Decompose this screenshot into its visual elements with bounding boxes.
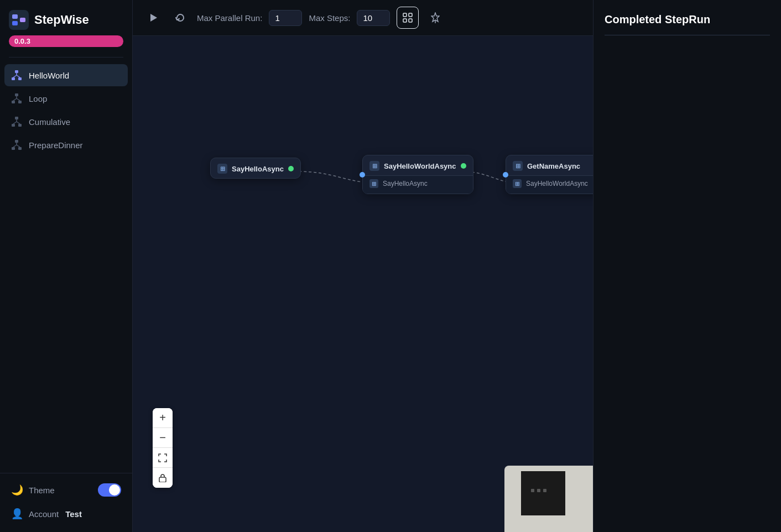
node-dep-3: ⊞ SayHelloWorldAsync	[506, 175, 593, 194]
node-title-2: SayHelloWorldAsync	[384, 162, 456, 170]
right-panel: Completed StepRun	[593, 0, 781, 532]
minimap-dot-2	[537, 489, 540, 492]
theme-label: Theme	[29, 486, 55, 495]
workflow-icon-2	[11, 93, 22, 104]
node-getnameasync[interactable]: ⊞ GetNameAsync ⊞ SayHelloWorldAsync	[506, 155, 593, 194]
theme-toggle-row[interactable]: 🌙 Theme	[4, 478, 128, 502]
svg-rect-2	[12, 21, 18, 25]
svg-rect-1	[12, 14, 18, 19]
canvas[interactable]: ⊞ SayHelloAsync ⊞ SayHelloWorldAsync ⊞ S…	[133, 36, 593, 532]
minimap	[504, 466, 593, 532]
workflow-icon-3	[11, 116, 22, 127]
svg-line-21	[17, 122, 20, 124]
zoom-out-button[interactable]: −	[153, 428, 173, 448]
node-header-2: ⊞ SayHelloWorldAsync	[363, 155, 473, 175]
node-dep-dot-2	[360, 172, 365, 178]
account-icon: 👤	[11, 508, 23, 520]
node-dep-icon-3: ⊞	[513, 179, 522, 188]
minimap-dot-3	[543, 489, 546, 492]
minimap-dot-1	[531, 489, 534, 492]
node-dep-dot-3	[503, 172, 508, 178]
svg-rect-17	[12, 124, 15, 127]
pin-button[interactable]	[425, 8, 445, 28]
workflow-icon	[11, 70, 22, 81]
workflow-icon-4	[11, 139, 22, 150]
account-row[interactable]: 👤 Account Test	[4, 502, 128, 525]
svg-rect-29	[403, 13, 407, 17]
sidebar-divider	[9, 57, 123, 58]
node-dep-label-3: SayHelloWorldAsync	[526, 180, 588, 187]
account-label: Account	[29, 509, 59, 519]
minimap-dots	[531, 489, 546, 492]
theme-toggle[interactable]	[98, 483, 121, 497]
svg-line-15	[17, 98, 20, 101]
svg-line-8	[13, 75, 17, 77]
svg-line-9	[17, 75, 20, 77]
node-title-3: GetNameAsync	[527, 162, 591, 170]
sidebar-item-label: HelloWorld	[29, 71, 69, 80]
svg-line-14	[13, 98, 17, 101]
reset-button[interactable]	[170, 8, 190, 28]
max-parallel-run-input[interactable]	[269, 10, 302, 26]
moon-icon: 🌙	[11, 484, 23, 496]
node-icon-1: ⊞	[217, 164, 227, 174]
toolbar: Max Parallel Run: Max Steps:	[133, 0, 593, 36]
svg-rect-18	[18, 124, 22, 127]
svg-rect-12	[18, 101, 22, 103]
max-steps-input[interactable]	[357, 10, 390, 26]
svg-line-20	[13, 122, 17, 124]
node-sayhelloasync[interactable]: ⊞ SayHelloAsync	[210, 158, 301, 179]
version-badge: 0.0.3	[9, 35, 123, 47]
minimap-inner	[521, 471, 565, 515]
sidebar-item-loop[interactable]: Loop	[4, 87, 128, 109]
node-status-dot-2	[461, 163, 466, 169]
sidebar-item-label-2: Loop	[29, 94, 47, 103]
sidebar-nav: HelloWorld Loop	[0, 62, 132, 473]
sidebar-item-label-4: PrepareDinner	[29, 140, 83, 150]
app-logo-icon	[9, 10, 29, 30]
svg-rect-34	[159, 477, 166, 482]
max-parallel-run-label: Max Parallel Run:	[197, 13, 262, 23]
zoom-in-button[interactable]: +	[153, 408, 173, 428]
node-icon-2: ⊞	[369, 161, 379, 171]
sidebar-bottom: 🌙 Theme 👤 Account Test	[0, 473, 132, 532]
sidebar-item-helloworld[interactable]: HelloWorld	[4, 64, 128, 86]
connections-svg	[133, 36, 593, 532]
svg-line-26	[13, 145, 17, 147]
sidebar-item-label-3: Cumulative	[29, 117, 70, 127]
svg-rect-0	[9, 10, 29, 30]
sidebar: StepWise 0.0.3 HelloWorld	[0, 0, 133, 532]
right-panel-divider	[605, 35, 770, 35]
svg-rect-11	[12, 101, 15, 103]
account-username: Test	[65, 509, 82, 519]
svg-rect-22	[15, 140, 18, 143]
fit-button[interactable]	[153, 448, 173, 468]
node-title-1: SayHelloAsync	[232, 165, 284, 173]
node-sayhelloworldasync[interactable]: ⊞ SayHelloWorldAsync ⊞ SayHelloAsync	[362, 155, 473, 194]
svg-rect-24	[18, 147, 22, 150]
sidebar-item-cumulative[interactable]: Cumulative	[4, 111, 128, 133]
app-name: StepWise	[34, 13, 89, 27]
node-header-3: ⊞ GetNameAsync	[506, 155, 593, 175]
node-status-dot-1	[288, 166, 294, 171]
svg-rect-5	[12, 77, 15, 80]
lock-button[interactable]	[153, 468, 173, 488]
svg-rect-6	[18, 77, 22, 80]
svg-rect-32	[409, 19, 412, 22]
main-area: Max Parallel Run: Max Steps:	[133, 0, 593, 532]
node-dep-label-2: SayHelloAsync	[383, 180, 428, 187]
node-icon-3: ⊞	[513, 161, 523, 171]
svg-rect-23	[12, 147, 15, 150]
toggle-thumb	[109, 484, 120, 496]
svg-rect-16	[15, 117, 18, 119]
svg-rect-10	[15, 93, 18, 96]
svg-rect-4	[15, 70, 18, 73]
run-button[interactable]	[144, 8, 164, 28]
svg-rect-3	[20, 18, 25, 22]
grid-view-button[interactable]	[397, 7, 419, 29]
node-dep-icon-2: ⊞	[369, 179, 378, 188]
node-dep-2: ⊞ SayHelloAsync	[363, 175, 473, 194]
node-header-1: ⊞ SayHelloAsync	[211, 158, 300, 178]
zoom-controls: + −	[153, 408, 173, 488]
sidebar-item-preparedinner[interactable]: PrepareDinner	[4, 134, 128, 156]
